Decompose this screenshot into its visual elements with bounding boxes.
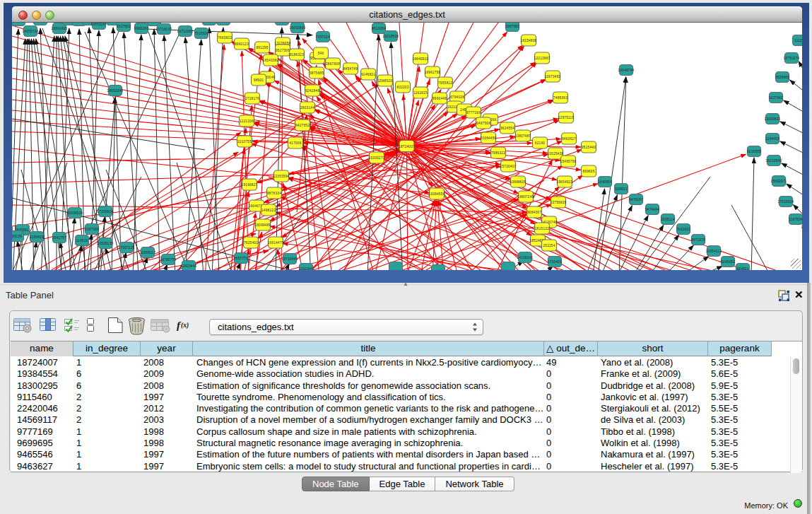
svg-text:9529965: 9529965	[775, 76, 789, 79]
svg-text:16961758: 16961758	[425, 71, 441, 74]
svg-text:8813054: 8813054	[372, 27, 386, 30]
svg-text:3875685: 3875685	[310, 71, 324, 75]
svg-text:2156829: 2156829	[30, 235, 44, 239]
svg-text:16640910: 16640910	[413, 57, 429, 61]
svg-text:1292344: 1292344	[299, 267, 313, 270]
svg-text:9474444: 9474444	[645, 208, 659, 211]
svg-text:252254: 252254	[543, 244, 555, 247]
svg-text:8471676: 8471676	[691, 238, 705, 242]
svg-text:9527506: 9527506	[276, 49, 290, 52]
svg-text:6966160: 6966160	[134, 27, 148, 30]
svg-text:15720407: 15720407	[500, 165, 517, 168]
svg-text:1498222: 1498222	[261, 209, 276, 212]
svg-text:15495758: 15495758	[560, 160, 577, 163]
svg-text:15751074: 15751074	[784, 57, 800, 60]
svg-text:6794028: 6794028	[450, 95, 464, 99]
svg-text:9657771: 9657771	[234, 257, 248, 260]
svg-text:16099489: 16099489	[255, 223, 271, 227]
svg-text:9515440: 9515440	[582, 146, 596, 149]
svg-text:2867608: 2867608	[326, 62, 340, 66]
svg-text:19654923: 19654923	[557, 180, 573, 184]
svg-text:7515526: 7515526	[194, 32, 208, 35]
svg-text:1167534: 1167534	[789, 218, 802, 221]
svg-text:16210643: 16210643	[766, 159, 782, 163]
svg-text:1615132: 1615132	[535, 227, 549, 230]
svg-text:1244415: 1244415	[765, 137, 779, 141]
svg-text:10756928: 10756928	[551, 201, 567, 204]
svg-text:9777169: 9777169	[466, 111, 481, 115]
svg-text:11123: 11123	[794, 39, 802, 42]
svg-text:19384554: 19384554	[429, 192, 445, 196]
svg-text:14055724: 14055724	[23, 30, 39, 33]
svg-text:15692971: 15692971	[771, 180, 787, 183]
svg-text:10654112: 10654112	[706, 250, 722, 253]
svg-text:15300273: 15300273	[369, 156, 385, 160]
svg-text:19166827: 19166827	[242, 183, 258, 187]
svg-text:8454749: 8454749	[343, 67, 358, 71]
svg-text:924501: 924501	[736, 267, 748, 270]
svg-text:1162615: 1162615	[413, 91, 428, 95]
svg-text:17359924: 17359924	[98, 210, 114, 214]
svg-text:10958117: 10958117	[140, 251, 156, 255]
svg-text:18724007: 18724007	[399, 145, 415, 148]
svg-text:29053346: 29053346	[107, 89, 124, 93]
svg-text:16713355: 16713355	[177, 30, 194, 33]
svg-text:7357224: 7357224	[316, 35, 330, 39]
svg-text:7625402: 7625402	[244, 241, 258, 245]
svg-text:12923446: 12923446	[181, 264, 197, 268]
svg-text:1588520: 1588520	[378, 79, 392, 83]
svg-text:16543382: 16543382	[263, 59, 279, 62]
svg-text:2942757: 2942757	[52, 236, 66, 240]
svg-text:15716485: 15716485	[282, 257, 298, 261]
svg-text:1010755: 1010755	[237, 140, 252, 144]
svg-text:8427552: 8427552	[295, 124, 310, 127]
svg-text:39159: 39159	[12, 235, 22, 238]
svg-text:62160: 62160	[535, 141, 545, 145]
svg-text:9084067: 9084067	[527, 211, 541, 214]
svg-text:1733426: 1733426	[548, 260, 562, 264]
svg-text:9227342: 9227342	[769, 96, 783, 100]
svg-text:10719135: 10719135	[156, 28, 172, 31]
svg-text:14136141: 14136141	[517, 256, 534, 259]
svg-text:899695: 899695	[582, 170, 594, 173]
svg-text:938923: 938923	[615, 187, 627, 191]
svg-text:8878334: 8878334	[267, 192, 281, 195]
svg-text:9242848: 9242848	[305, 89, 319, 93]
svg-text:12213967: 12213967	[534, 57, 551, 60]
svg-text:18807249: 18807249	[518, 195, 534, 199]
svg-text:12975115: 12975115	[558, 116, 575, 119]
svg-text:20691406: 20691406	[52, 27, 68, 30]
svg-text:9463627: 9463627	[562, 137, 576, 141]
svg-text:12353594: 12353594	[273, 175, 290, 178]
svg-text:10973493: 10973493	[545, 75, 561, 78]
svg-text:9397588: 9397588	[85, 228, 99, 231]
svg-text:16033809: 16033809	[290, 26, 306, 30]
svg-text:10025438: 10025438	[548, 152, 564, 156]
svg-text:10807487: 10807487	[515, 134, 531, 138]
svg-text:417006: 417006	[289, 141, 301, 145]
svg-text:16648784: 16648784	[618, 69, 635, 72]
svg-text:7986322: 7986322	[491, 151, 505, 155]
svg-text:1640954: 1640954	[598, 180, 612, 184]
svg-text:2935114: 2935114	[661, 218, 675, 221]
svg-text:20206536: 20206536	[67, 211, 83, 215]
svg-text:546: 546	[318, 52, 324, 55]
svg-text:(x): (x)	[181, 322, 189, 329]
svg-text:891295: 891295	[256, 46, 268, 49]
svg-text:114519: 114519	[76, 239, 88, 243]
svg-text:19218506: 19218506	[383, 35, 399, 38]
svg-text:12505135: 12505135	[98, 242, 114, 245]
svg-text:1527602: 1527602	[117, 25, 131, 28]
svg-text:3624554: 3624554	[500, 127, 514, 130]
svg-text:16914479: 16914479	[268, 241, 284, 245]
svg-text:2803144: 2803144	[300, 106, 314, 110]
svg-text:9146821: 9146821	[361, 73, 375, 76]
svg-text:2718176: 2718176	[245, 97, 259, 100]
svg-text:7955812: 7955812	[438, 81, 452, 85]
svg-text:7663822: 7663822	[218, 36, 232, 40]
svg-text:8215955: 8215955	[747, 150, 761, 153]
svg-text:12093822: 12093822	[765, 117, 781, 121]
svg-text:17957225: 17957225	[119, 246, 135, 250]
svg-text:832203: 832203	[396, 86, 408, 89]
svg-text:8960123: 8960123	[235, 42, 249, 46]
